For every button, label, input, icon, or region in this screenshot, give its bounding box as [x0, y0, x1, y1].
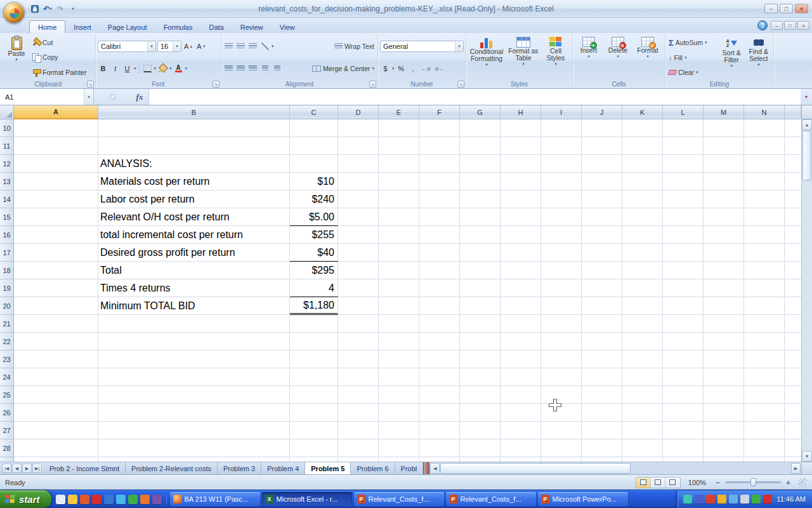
shrink-font-button[interactable]: A▼ [195, 41, 207, 52]
align-right-button[interactable] [247, 63, 258, 74]
autosum-button[interactable]: ΣAutoSum▾ [667, 38, 717, 48]
row-header-23[interactable]: 23 [0, 351, 14, 368]
vertical-scrollbar[interactable]: ▲ ▼ [801, 105, 812, 462]
empty-cells[interactable] [338, 279, 801, 297]
clear-button[interactable]: Clear▾ [667, 68, 717, 77]
quick-launch-icon-7[interactable] [128, 495, 138, 504]
cell-A13[interactable] [14, 173, 98, 190]
select-all-corner[interactable] [0, 105, 14, 119]
font-size-select[interactable]: 16▾ [157, 41, 181, 52]
scroll-left-button[interactable]: ◀ [430, 463, 440, 474]
align-left-button[interactable] [223, 63, 234, 74]
row-header-11[interactable]: 11 [0, 137, 14, 155]
chevron-down-icon[interactable]: ▾ [185, 66, 188, 71]
font-dialog-launcher[interactable]: ↘ [213, 81, 219, 88]
row-header-10[interactable]: 10 [0, 119, 14, 137]
cell-styles-button[interactable]: Cell Styles ▾ [542, 35, 570, 80]
ribbon-tab-home[interactable]: Home [29, 20, 65, 33]
cell-A28[interactable] [14, 439, 98, 457]
row-header-20[interactable]: 20 [0, 297, 14, 315]
cell-A18[interactable] [14, 262, 98, 279]
cell-C28[interactable] [290, 439, 338, 457]
zoom-out-button[interactable]: − [714, 479, 722, 486]
cell-B13[interactable]: Materials cost per return [98, 173, 290, 190]
empty-cells[interactable] [338, 351, 801, 368]
cell-C16[interactable]: $255 [290, 226, 338, 244]
row-header-12[interactable]: 12 [0, 155, 14, 173]
copy-button[interactable]: Copy [31, 53, 93, 62]
cell-A21[interactable] [14, 315, 98, 333]
cell-B22[interactable] [98, 333, 290, 351]
row-header-29[interactable] [0, 457, 14, 462]
vertical-scroll-thumb[interactable] [802, 131, 811, 180]
cell-B26[interactable] [98, 404, 290, 422]
empty-cells[interactable] [338, 368, 801, 386]
cell-C23[interactable] [290, 351, 338, 368]
cell-C21[interactable] [290, 315, 338, 333]
tray-icon-8[interactable] [763, 495, 772, 504]
workbook-minimize-button[interactable]: – [771, 21, 783, 30]
taskbar-button-1[interactable]: BA 213 W11 (Pasc... [170, 492, 260, 506]
cell-B27[interactable] [98, 422, 290, 439]
zoom-level[interactable]: 100% [688, 479, 706, 486]
expand-formula-bar-button[interactable]: ▾ [801, 89, 812, 105]
scroll-down-button[interactable]: ▼ [802, 451, 812, 462]
help-button[interactable]: ? [757, 20, 768, 30]
cell-B23[interactable] [98, 351, 290, 368]
row-header-14[interactable]: 14 [0, 190, 14, 208]
cell-B24[interactable] [98, 368, 290, 386]
cell-A27[interactable] [14, 422, 98, 439]
cell-A23[interactable] [14, 351, 98, 368]
empty-cells[interactable] [338, 439, 801, 457]
column-header-I[interactable]: I [541, 105, 582, 119]
row-header-21[interactable]: 21 [0, 315, 14, 333]
format-cells-button[interactable]: ✓ Format ▾ [633, 35, 662, 80]
taskbar-button-2[interactable]: XMicrosoft Excel - r... [262, 492, 352, 506]
taskbar-button-3[interactable]: PRelevant_Costs_f... [354, 492, 444, 506]
formula-input[interactable] [148, 89, 801, 105]
empty-cells[interactable] [338, 137, 801, 155]
tray-icon-4[interactable] [717, 495, 726, 504]
office-button[interactable] [3, 2, 25, 23]
align-middle-button[interactable] [235, 41, 246, 52]
cell-A22[interactable] [14, 333, 98, 351]
alignment-dialog-launcher[interactable]: ↘ [369, 81, 376, 88]
cell-B14[interactable]: Labor cost per return [98, 190, 290, 208]
page-layout-view-button[interactable] [651, 478, 665, 488]
empty-cells[interactable] [338, 457, 801, 462]
cell-C25[interactable] [290, 386, 338, 404]
ribbon-tab-data[interactable]: Data [200, 21, 232, 33]
chevron-down-icon[interactable]: ▾ [455, 41, 463, 51]
cell-A19[interactable] [14, 279, 98, 297]
vertical-scroll-track[interactable] [802, 181, 812, 451]
cell-C22[interactable] [290, 333, 338, 351]
cell-C13[interactable]: $10 [290, 173, 338, 190]
cell-C15[interactable]: $5.00 [290, 208, 338, 226]
cell-B19[interactable]: Times 4 returns [98, 279, 290, 297]
increase-indent-button[interactable] [272, 63, 282, 74]
page-break-preview-button[interactable] [665, 478, 680, 488]
chevron-down-icon[interactable]: ▾ [169, 66, 172, 71]
cell-C24[interactable] [290, 368, 338, 386]
cell-B18[interactable]: Total [98, 262, 290, 279]
increase-decimal-button[interactable]: ←.0 [420, 63, 432, 74]
last-sheet-button[interactable]: ▶| [32, 464, 42, 473]
sheet-tab-problem-3[interactable]: Problem 3 [218, 462, 261, 474]
chevron-down-icon[interactable]: ▾ [272, 44, 274, 49]
cell-A14[interactable] [14, 190, 98, 208]
empty-cells[interactable] [338, 386, 801, 404]
sheet-tab-problem-5[interactable]: Problem 5 [305, 462, 351, 474]
cell-B25[interactable] [98, 386, 290, 404]
sheet-tab-problem-2-relevant-costs[interactable]: Problem 2-Relevant costs [126, 462, 218, 474]
sheet-tab-problem-6[interactable]: Problem 6 [351, 462, 395, 474]
normal-view-button[interactable] [636, 478, 651, 488]
align-center-button[interactable] [235, 63, 246, 74]
cell-B29[interactable] [98, 457, 290, 462]
fill-button[interactable]: ↓Fill▾ [667, 53, 717, 62]
comma-style-button[interactable]: , [408, 63, 419, 74]
tray-icon-6[interactable] [740, 495, 749, 504]
row-header-24[interactable]: 24 [0, 368, 14, 386]
row-header-25[interactable]: 25 [0, 386, 14, 404]
ribbon-tab-view[interactable]: View [272, 21, 303, 33]
chevron-down-icon[interactable]: ▾ [154, 66, 157, 71]
